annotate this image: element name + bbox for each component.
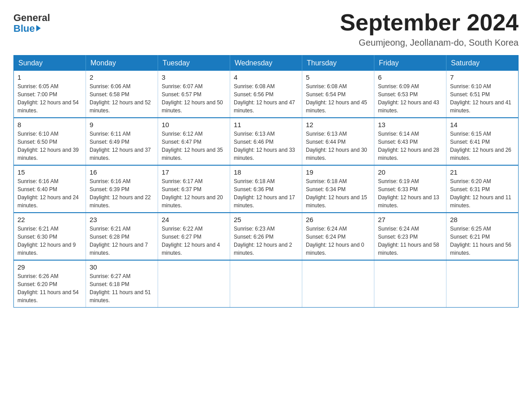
day-cell: 23 Sunrise: 6:21 AMSunset: 6:28 PMDaylig… xyxy=(86,213,158,260)
day-cell: 9 Sunrise: 6:11 AMSunset: 6:49 PMDayligh… xyxy=(86,118,158,165)
day-number: 18 xyxy=(234,168,298,176)
day-cell xyxy=(158,260,230,308)
day-info: Sunrise: 6:09 AMSunset: 6:53 PMDaylight:… xyxy=(378,83,439,114)
day-info: Sunrise: 6:26 AMSunset: 6:20 PMDaylight:… xyxy=(17,273,79,304)
day-cell: 4 Sunrise: 6:08 AMSunset: 6:56 PMDayligh… xyxy=(230,71,302,118)
day-info: Sunrise: 6:25 AMSunset: 6:21 PMDaylight:… xyxy=(450,226,511,256)
day-number: 26 xyxy=(306,216,370,223)
day-number: 27 xyxy=(378,216,442,223)
day-cell: 10 Sunrise: 6:12 AMSunset: 6:47 PMDaylig… xyxy=(158,118,230,165)
week-row-5: 29 Sunrise: 6:26 AMSunset: 6:20 PMDaylig… xyxy=(14,260,519,308)
day-cell: 18 Sunrise: 6:18 AMSunset: 6:36 PMDaylig… xyxy=(230,165,302,213)
day-number: 30 xyxy=(90,263,154,271)
day-number: 11 xyxy=(234,121,298,128)
day-cell: 3 Sunrise: 6:07 AMSunset: 6:57 PMDayligh… xyxy=(158,71,230,118)
title-area: September 2024 Geumjeong, Jeollanam-do, … xyxy=(340,9,519,48)
day-cell: 28 Sunrise: 6:25 AMSunset: 6:21 PMDaylig… xyxy=(446,213,519,260)
day-number: 13 xyxy=(378,121,442,128)
day-cell xyxy=(230,260,302,308)
day-cell: 22 Sunrise: 6:21 AMSunset: 6:30 PMDaylig… xyxy=(14,213,86,260)
day-cell: 7 Sunrise: 6:10 AMSunset: 6:51 PMDayligh… xyxy=(446,71,519,118)
day-number: 6 xyxy=(378,73,442,81)
day-info: Sunrise: 6:13 AMSunset: 6:46 PMDaylight:… xyxy=(234,131,295,161)
logo: General Blue xyxy=(13,13,50,34)
day-number: 19 xyxy=(306,168,370,176)
day-number: 17 xyxy=(162,168,226,176)
day-number: 14 xyxy=(450,121,515,128)
day-cell: 14 Sunrise: 6:15 AMSunset: 6:41 PMDaylig… xyxy=(446,118,519,165)
day-info: Sunrise: 6:13 AMSunset: 6:44 PMDaylight:… xyxy=(306,131,367,161)
day-number: 15 xyxy=(17,168,82,176)
day-info: Sunrise: 6:27 AMSunset: 6:18 PMDaylight:… xyxy=(90,273,151,304)
header-wednesday: Wednesday xyxy=(230,56,302,71)
day-cell: 15 Sunrise: 6:16 AMSunset: 6:40 PMDaylig… xyxy=(14,165,86,213)
day-info: Sunrise: 6:08 AMSunset: 6:54 PMDaylight:… xyxy=(306,83,367,114)
day-info: Sunrise: 6:21 AMSunset: 6:30 PMDaylight:… xyxy=(17,226,76,256)
day-cell: 8 Sunrise: 6:10 AMSunset: 6:50 PMDayligh… xyxy=(14,118,86,165)
day-cell: 5 Sunrise: 6:08 AMSunset: 6:54 PMDayligh… xyxy=(302,71,374,118)
week-row-3: 15 Sunrise: 6:16 AMSunset: 6:40 PMDaylig… xyxy=(14,165,519,213)
day-number: 8 xyxy=(17,121,82,128)
day-cell xyxy=(446,260,519,308)
day-cell xyxy=(374,260,446,308)
day-number: 3 xyxy=(162,73,226,81)
day-number: 9 xyxy=(90,121,154,128)
day-info: Sunrise: 6:18 AMSunset: 6:36 PMDaylight:… xyxy=(234,178,295,209)
day-cell: 26 Sunrise: 6:24 AMSunset: 6:24 PMDaylig… xyxy=(302,213,374,260)
day-number: 24 xyxy=(162,216,226,223)
day-info: Sunrise: 6:24 AMSunset: 6:23 PMDaylight:… xyxy=(378,226,439,256)
day-number: 4 xyxy=(234,73,298,81)
day-number: 10 xyxy=(162,121,226,128)
calendar-body: 1 Sunrise: 6:05 AMSunset: 7:00 PMDayligh… xyxy=(14,71,519,308)
logo-blue-text: Blue xyxy=(13,23,41,34)
day-cell: 1 Sunrise: 6:05 AMSunset: 7:00 PMDayligh… xyxy=(14,71,86,118)
day-info: Sunrise: 6:22 AMSunset: 6:27 PMDaylight:… xyxy=(162,226,220,256)
day-number: 2 xyxy=(90,73,154,81)
day-info: Sunrise: 6:17 AMSunset: 6:37 PMDaylight:… xyxy=(162,178,223,209)
day-number: 21 xyxy=(450,168,515,176)
day-number: 12 xyxy=(306,121,370,128)
header-saturday: Saturday xyxy=(446,56,519,71)
day-info: Sunrise: 6:15 AMSunset: 6:41 PMDaylight:… xyxy=(450,131,511,161)
logo-general-text: General xyxy=(13,13,50,23)
day-cell: 21 Sunrise: 6:20 AMSunset: 6:31 PMDaylig… xyxy=(446,165,519,213)
day-cell: 13 Sunrise: 6:14 AMSunset: 6:43 PMDaylig… xyxy=(374,118,446,165)
day-number: 22 xyxy=(17,216,82,223)
header-row: SundayMondayTuesdayWednesdayThursdayFrid… xyxy=(14,56,519,71)
week-row-1: 1 Sunrise: 6:05 AMSunset: 7:00 PMDayligh… xyxy=(14,71,519,118)
day-info: Sunrise: 6:21 AMSunset: 6:28 PMDaylight:… xyxy=(90,226,148,256)
day-info: Sunrise: 6:16 AMSunset: 6:39 PMDaylight:… xyxy=(90,178,151,209)
day-info: Sunrise: 6:12 AMSunset: 6:47 PMDaylight:… xyxy=(162,131,223,161)
header-sunday: Sunday xyxy=(14,56,86,71)
day-info: Sunrise: 6:05 AMSunset: 7:00 PMDaylight:… xyxy=(17,83,79,114)
day-number: 28 xyxy=(450,216,515,223)
location-subtitle: Geumjeong, Jeollanam-do, South Korea xyxy=(340,38,519,48)
day-info: Sunrise: 6:08 AMSunset: 6:56 PMDaylight:… xyxy=(234,83,295,114)
calendar-table: SundayMondayTuesdayWednesdayThursdayFrid… xyxy=(13,55,519,308)
day-cell: 17 Sunrise: 6:17 AMSunset: 6:37 PMDaylig… xyxy=(158,165,230,213)
day-info: Sunrise: 6:19 AMSunset: 6:33 PMDaylight:… xyxy=(378,178,439,209)
day-cell: 19 Sunrise: 6:18 AMSunset: 6:34 PMDaylig… xyxy=(302,165,374,213)
day-number: 7 xyxy=(450,73,515,81)
day-cell: 27 Sunrise: 6:24 AMSunset: 6:23 PMDaylig… xyxy=(374,213,446,260)
month-title: September 2024 xyxy=(340,9,519,36)
day-number: 20 xyxy=(378,168,442,176)
day-info: Sunrise: 6:23 AMSunset: 6:26 PMDaylight:… xyxy=(234,226,292,256)
logo-triangle-icon xyxy=(36,25,41,31)
day-number: 23 xyxy=(90,216,154,223)
day-cell: 30 Sunrise: 6:27 AMSunset: 6:18 PMDaylig… xyxy=(86,260,158,308)
week-row-4: 22 Sunrise: 6:21 AMSunset: 6:30 PMDaylig… xyxy=(14,213,519,260)
page-header: General Blue September 2024 Geumjeong, J… xyxy=(13,9,519,48)
week-row-2: 8 Sunrise: 6:10 AMSunset: 6:50 PMDayligh… xyxy=(14,118,519,165)
header-thursday: Thursday xyxy=(302,56,374,71)
day-cell: 6 Sunrise: 6:09 AMSunset: 6:53 PMDayligh… xyxy=(374,71,446,118)
day-cell: 11 Sunrise: 6:13 AMSunset: 6:46 PMDaylig… xyxy=(230,118,302,165)
day-cell: 24 Sunrise: 6:22 AMSunset: 6:27 PMDaylig… xyxy=(158,213,230,260)
day-info: Sunrise: 6:16 AMSunset: 6:40 PMDaylight:… xyxy=(17,178,79,209)
header-friday: Friday xyxy=(374,56,446,71)
day-info: Sunrise: 6:10 AMSunset: 6:51 PMDaylight:… xyxy=(450,83,511,114)
day-info: Sunrise: 6:24 AMSunset: 6:24 PMDaylight:… xyxy=(306,226,364,256)
day-number: 29 xyxy=(17,263,82,271)
day-info: Sunrise: 6:20 AMSunset: 6:31 PMDaylight:… xyxy=(450,178,511,209)
day-cell: 12 Sunrise: 6:13 AMSunset: 6:44 PMDaylig… xyxy=(302,118,374,165)
